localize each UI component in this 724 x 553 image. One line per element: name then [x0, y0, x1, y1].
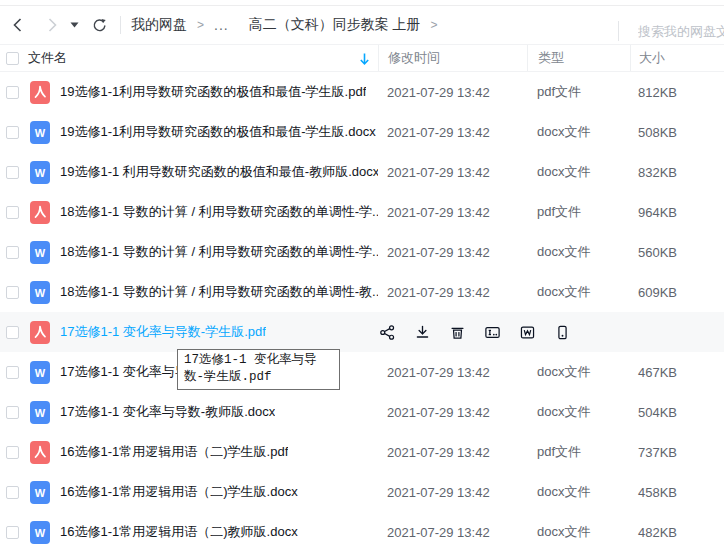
file-name[interactable]: 18选修1-1 导数的计算 / 利用导数研究函数的单调性-教... — [60, 283, 378, 301]
download-icon[interactable] — [413, 323, 431, 341]
file-name[interactable]: 19选修1-1利用导数研究函数的极值和最值-学生版.docx — [60, 123, 376, 141]
sort-descending-icon[interactable] — [358, 52, 371, 66]
refresh-button[interactable] — [88, 13, 110, 37]
word-file-icon: W — [30, 161, 50, 184]
file-row[interactable]: 17选修1-1 变化率与导数-学生版.pdf — [0, 312, 724, 352]
file-type: docx文件 — [527, 123, 630, 141]
pdf-file-icon — [30, 201, 50, 224]
select-all-checkbox[interactable] — [6, 52, 19, 65]
word-file-icon: W — [30, 241, 50, 264]
breadcrumb-current-folder[interactable]: 高二（文科）同步教案 上册 — [249, 16, 421, 34]
row-action-bar — [378, 323, 724, 341]
back-button[interactable] — [8, 13, 28, 37]
file-row[interactable]: 18选修1-1 导数的计算 / 利用导数研究函数的单调性-学... 2021-0… — [0, 192, 724, 232]
breadcrumb: 我的网盘 > ... 高二（文科）同步教案 上册 > — [131, 16, 448, 34]
modified-time: 2021-07-29 13:42 — [378, 485, 527, 500]
file-name-cell: 17选修1-1 变化率与导数-学生版.pdf — [0, 321, 378, 344]
file-row[interactable]: W 19选修1-1 利用导数研究函数的极值和最值-教师版.docx 2021-0… — [0, 152, 724, 192]
file-size: 482KB — [630, 525, 724, 540]
modified-time: 2021-07-29 13:42 — [378, 365, 527, 380]
word-file-icon: W — [30, 481, 50, 504]
row-checkbox[interactable] — [6, 206, 19, 219]
file-name-cell: W 19选修1-1利用导数研究函数的极值和最值-学生版.docx — [0, 121, 378, 144]
file-row[interactable]: 16选修1-1常用逻辑用语（二)学生版.pdf 2021-07-29 13:42… — [0, 432, 724, 472]
delete-icon[interactable] — [448, 323, 466, 341]
row-checkbox[interactable] — [6, 286, 19, 299]
file-size: 467KB — [630, 365, 724, 380]
breadcrumb-collapsed[interactable]: ... — [214, 17, 229, 33]
search-input[interactable] — [638, 24, 724, 39]
row-checkbox[interactable] — [6, 526, 19, 539]
modified-time: 2021-07-29 13:42 — [378, 405, 527, 420]
row-checkbox[interactable] — [6, 326, 19, 339]
refresh-icon — [91, 17, 108, 34]
file-size: 812KB — [630, 85, 724, 100]
file-row[interactable]: W 17选修1-1 变化率与导数-教师版.docx 2021-07-29 13:… — [0, 392, 724, 432]
breadcrumb-root[interactable]: 我的网盘 — [131, 16, 187, 34]
modified-time: 2021-07-29 13:42 — [378, 445, 527, 460]
row-checkbox[interactable] — [6, 126, 19, 139]
file-name[interactable]: 19选修1-1利用导数研究函数的极值和最值-学生版.pdf — [60, 83, 366, 101]
pdf-file-icon — [30, 81, 50, 104]
file-row[interactable]: W 17选修1-1 变化率与导数-学生版.docx 2021-07-29 13:… — [0, 352, 724, 392]
breadcrumb-separator: > — [431, 18, 438, 32]
file-name-cell: W 18选修1-1 导数的计算 / 利用导数研究函数的单调性-教... — [0, 281, 378, 304]
more-icon[interactable] — [553, 323, 571, 341]
file-name-cell: 16选修1-1常用逻辑用语（二)学生版.pdf — [0, 441, 378, 464]
row-checkbox[interactable] — [6, 246, 19, 259]
svg-text:W: W — [35, 487, 46, 499]
pdf-file-icon — [30, 321, 50, 344]
file-row[interactable]: W 18选修1-1 导数的计算 / 利用导数研究函数的单调性-学... 2021… — [0, 232, 724, 272]
modified-time: 2021-07-29 13:42 — [378, 85, 527, 100]
word-edit-icon[interactable] — [518, 323, 536, 341]
file-name[interactable]: 17选修1-1 变化率与导数-学生版.pdf — [60, 323, 266, 341]
breadcrumb-separator: > — [197, 18, 204, 32]
file-size: 964KB — [630, 205, 724, 220]
file-size: 609KB — [630, 285, 724, 300]
row-checkbox[interactable] — [6, 446, 19, 459]
file-name[interactable]: 16选修1-1常用逻辑用语（二)教师版.docx — [60, 523, 298, 541]
file-type: docx文件 — [527, 283, 630, 301]
file-name[interactable]: 17选修1-1 变化率与导数-教师版.docx — [60, 403, 275, 421]
forward-button[interactable] — [42, 13, 62, 37]
file-type: docx文件 — [527, 523, 630, 541]
rename-icon[interactable] — [483, 323, 501, 341]
file-row[interactable]: 19选修1-1利用导数研究函数的极值和最值-学生版.pdf 2021-07-29… — [0, 72, 724, 112]
row-checkbox[interactable] — [6, 486, 19, 499]
column-header-filename[interactable]: 文件名 — [0, 45, 378, 71]
chevron-right-icon — [45, 17, 59, 33]
row-checkbox[interactable] — [6, 166, 19, 179]
file-row[interactable]: W 16选修1-1常用逻辑用语（二)学生版.docx 2021-07-29 13… — [0, 472, 724, 512]
share-icon[interactable] — [378, 323, 396, 341]
history-dropdown-button[interactable] — [68, 13, 80, 37]
file-name[interactable]: 16选修1-1常用逻辑用语（二)学生版.pdf — [60, 443, 288, 461]
svg-text:W: W — [35, 287, 46, 299]
file-name-cell: W 17选修1-1 变化率与导数-教师版.docx — [0, 401, 378, 424]
row-checkbox[interactable] — [6, 406, 19, 419]
svg-text:W: W — [35, 407, 46, 419]
file-type: docx文件 — [527, 483, 630, 501]
file-row[interactable]: W 19选修1-1利用导数研究函数的极值和最值-学生版.docx 2021-07… — [0, 112, 724, 152]
file-name[interactable]: 18选修1-1 导数的计算 / 利用导数研究函数的单调性-学... — [60, 243, 378, 261]
file-row[interactable]: W 18选修1-1 导数的计算 / 利用导数研究函数的单调性-教... 2021… — [0, 272, 724, 312]
column-header-type[interactable]: 类型 — [527, 45, 630, 71]
file-name[interactable]: 16选修1-1常用逻辑用语（二)学生版.docx — [60, 483, 298, 501]
file-list: 19选修1-1利用导数研究函数的极值和最值-学生版.pdf 2021-07-29… — [0, 72, 724, 552]
svg-text:W: W — [35, 527, 46, 539]
column-label-filename: 文件名 — [28, 49, 67, 67]
modified-time: 2021-07-29 13:42 — [378, 165, 527, 180]
column-header-size[interactable]: 大小 — [630, 45, 724, 71]
file-name[interactable]: 18选修1-1 导数的计算 / 利用导数研究函数的单调性-学... — [60, 203, 378, 221]
file-type: docx文件 — [527, 163, 630, 181]
file-name-cell: W 19选修1-1 利用导数研究函数的极值和最值-教师版.docx — [0, 161, 378, 184]
file-row[interactable]: W 16选修1-1常用逻辑用语（二)教师版.docx 2021-07-29 13… — [0, 512, 724, 552]
svg-text:W: W — [35, 247, 46, 259]
column-header-modified-time[interactable]: 修改时间 — [378, 45, 527, 71]
modified-time: 2021-07-29 13:42 — [378, 285, 527, 300]
row-checkbox[interactable] — [6, 86, 19, 99]
row-checkbox[interactable] — [6, 366, 19, 379]
file-name[interactable]: 19选修1-1 利用导数研究函数的极值和最值-教师版.docx — [60, 163, 378, 181]
file-type: pdf文件 — [527, 83, 630, 101]
file-type: pdf文件 — [527, 203, 630, 221]
svg-text:W: W — [35, 127, 46, 139]
